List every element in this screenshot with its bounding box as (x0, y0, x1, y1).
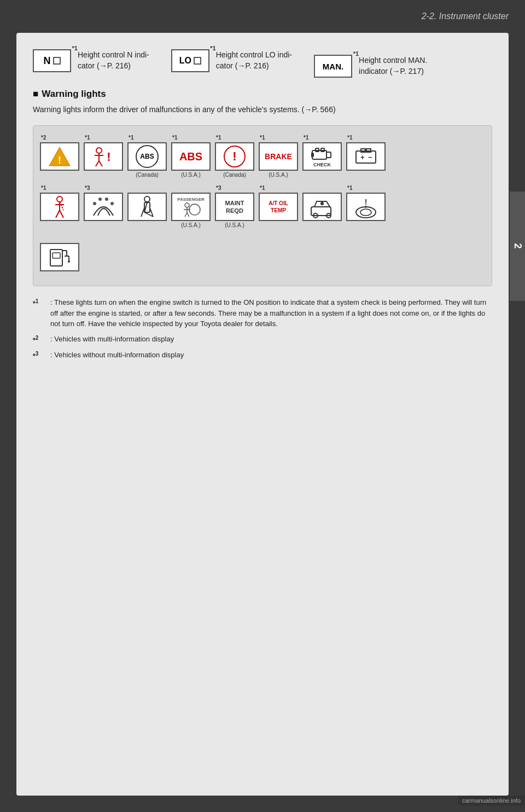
lights-row-fuel: * (40, 235, 485, 271)
light-wipers-sup: *3 (85, 185, 90, 192)
indicator-n-description: Height control N indi-cator (→P. 216) (78, 50, 149, 71)
svg-text:+: + (360, 153, 365, 161)
light-seatbelt-box (127, 193, 167, 221)
warning-triangle-icon: ! (48, 146, 72, 167)
svg-line-37 (185, 213, 187, 217)
light-abs-circle-sup: *1 (129, 135, 133, 141)
svg-point-26 (105, 198, 108, 201)
footnotes: *1 : These lights turn on when the engin… (33, 297, 492, 361)
indicator-n-wrapper: *1 N (33, 49, 71, 72)
svg-rect-9 (326, 152, 331, 158)
svg-point-54 (68, 260, 70, 263)
indicator-n-box: N (33, 49, 71, 72)
light-person-car-box (302, 193, 342, 221)
header-title: 2-2. Instrument cluster (422, 11, 509, 21)
light-abs-text-sup: *1 (172, 135, 177, 141)
light-maint-reqd: *3 MAINTREQD (U.S.A.) (215, 185, 254, 230)
indicator-lo-description: Height control LO indi-cator (→P. 216) (216, 50, 292, 71)
passenger-label: PASSENGER (177, 197, 205, 202)
lights-row-1: *2 ! *1 (40, 135, 485, 179)
light-check-engine-box: CHECK (302, 142, 342, 171)
light-brake: *1 BRAKE (U.S.A.) (259, 135, 298, 179)
light-abs-text-caption: (U.S.A.) (181, 172, 201, 179)
warning-description: Warning lights inform the driver of malf… (33, 104, 492, 115)
svg-text:!: ! (365, 198, 368, 206)
light-maint-caption: (U.S.A.) (225, 222, 244, 230)
light-person-belt: *1 (40, 185, 79, 230)
abs-circle-text: ABS (136, 145, 159, 168)
svg-point-43 (320, 202, 324, 205)
svg-text:−: − (368, 153, 372, 161)
light-tire-sup: *1 (347, 185, 352, 192)
indicator-lo-wrapper: *1 LO (171, 49, 209, 72)
light-maint-box: MAINTREQD (215, 193, 254, 221)
lights-row-2: *1 (40, 185, 485, 230)
check-engine-content: CHECK (311, 146, 333, 167)
indicator-lo-label: LO (179, 56, 191, 66)
sidebar-number: 2 (511, 243, 523, 250)
light-passenger-caption: (U.S.A.) (181, 222, 201, 230)
svg-point-28 (144, 196, 150, 202)
page-header: 2-2. Instrument cluster (0, 0, 525, 33)
svg-point-34 (185, 203, 189, 207)
svg-line-21 (56, 210, 60, 218)
light-brake-box: BRAKE (259, 142, 298, 171)
indicator-man-label: MAN. (323, 62, 343, 71)
svg-rect-13 (356, 151, 376, 163)
indicator-n-superscript: *1 (72, 45, 78, 51)
light-person-excl-box: ! (84, 142, 123, 171)
svg-rect-49 (52, 253, 60, 258)
indicator-n-label: N (44, 55, 51, 67)
svg-point-39 (189, 204, 200, 215)
light-at-oil-temp: *1 A/T OILTEMP (259, 185, 298, 230)
person-excl-icon: ! (89, 146, 118, 167)
light-at-oil-sup: *1 (260, 185, 265, 192)
indicator-item-lo: *1 LO Height control LO indi-cator (→P. … (171, 49, 292, 72)
main-content: *1 N Height control N indi-cator (→P. 21… (16, 33, 509, 796)
light-seatbelt: * (127, 185, 167, 230)
sidebar-tab: 2 (510, 192, 525, 301)
indicator-man-wrapper: *1 MAN. (314, 55, 352, 78)
light-abs-circle: *1 ABS (Canada) (127, 135, 167, 179)
excl-circle-inner: ! (224, 146, 246, 167)
footnote-2-text: : Vehicles with multi-information displa… (50, 334, 174, 345)
footnote-3: *3 : Vehicles without multi-information … (33, 350, 492, 361)
light-abs-text: *1 ABS (U.S.A.) (171, 135, 211, 179)
tire-icon: ! (352, 195, 380, 219)
light-brake-caption: (U.S.A.) (269, 172, 288, 179)
light-person-car: * (302, 185, 342, 230)
battery-icon: + − (354, 147, 378, 166)
light-wipers-box (84, 193, 123, 221)
light-fuel-box (40, 243, 79, 271)
warning-title-text: Warning lights (42, 89, 106, 100)
footnote-1-key: *1 (33, 297, 48, 329)
light-abs-circle-caption: (Canada) (136, 172, 159, 179)
footnote-1: *1 : These lights turn on when the engin… (33, 297, 492, 329)
svg-text:!: ! (107, 150, 110, 164)
footnote-2-key: *2 (33, 334, 48, 345)
svg-line-22 (60, 210, 63, 218)
indicator-lo-box: LO (171, 49, 209, 72)
svg-line-30 (141, 208, 144, 217)
indicator-item-man: *1 MAN. Height control MAN.indicator (→P… (314, 55, 427, 78)
light-brake-sup: *1 (260, 135, 265, 141)
engine-icon (311, 146, 333, 161)
light-person-excl-sup: *1 (85, 135, 90, 141)
light-person-belt-box (40, 193, 79, 221)
brake-label: BRAKE (265, 152, 292, 161)
light-abs-circle-box: ABS (127, 142, 167, 171)
footnote-3-text: : Vehicles without multi-information dis… (50, 350, 184, 361)
svg-line-23 (60, 202, 63, 210)
abs-text-label: ABS (179, 150, 202, 163)
svg-line-6 (99, 161, 102, 166)
fuel-icon (46, 245, 73, 269)
check-label: CHECK (313, 162, 331, 167)
wipers-icon (89, 195, 118, 219)
light-maint-sup: *3 (216, 185, 221, 192)
light-person-excl: *1 ! (84, 135, 123, 179)
indicator-item-n: *1 N Height control N indi-cator (→P. 21… (33, 49, 149, 72)
light-fuel: * (40, 235, 79, 271)
light-battery-box: + − (346, 142, 386, 171)
watermark: carmanualsonline.info (458, 796, 525, 805)
indicator-man-description: Height control MAN.indicator (→P. 217) (359, 55, 427, 77)
